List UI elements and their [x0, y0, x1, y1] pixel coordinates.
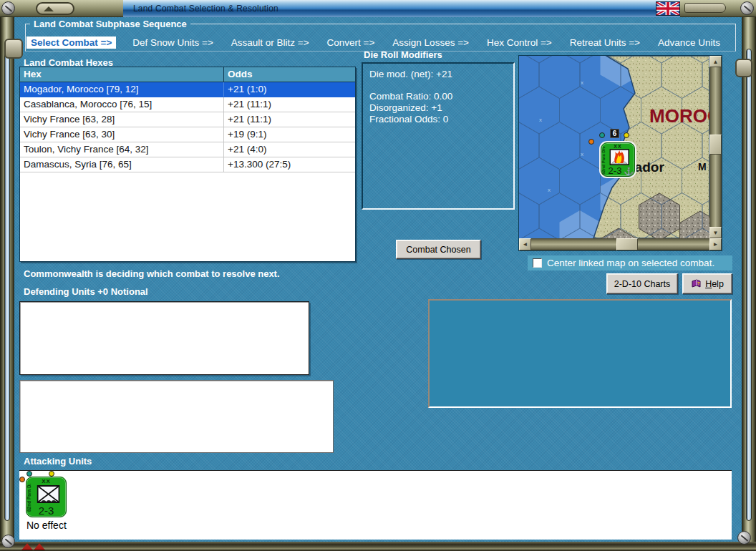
frame-knob[interactable] [4, 39, 23, 59]
combat-result-note: No effect [26, 520, 67, 531]
die-roll-modifiers-panel: Die mod. (net): +21 Combat Ratio: 0.00 D… [362, 62, 515, 210]
map-edge-label: M [698, 161, 707, 172]
status-dot-yellow [49, 471, 54, 477]
cell-odds[interactable]: +21 (4:0) [224, 142, 355, 157]
title-strip[interactable]: Land Combat Selection & Resolution [123, 0, 680, 17]
cell-odds[interactable]: +21 (11:1) [224, 97, 355, 112]
help-button[interactable]: ? Help [682, 273, 732, 294]
step-assault-or-blitz: Assault or Blitz => [230, 36, 311, 49]
frame-right-rail [742, 17, 756, 542]
cell-hex[interactable]: Damascus, Syria [76, 65] [20, 157, 224, 172]
table-row[interactable]: Vichy France [63, 30] +19 (9:1) [20, 127, 355, 142]
horizontal-scroll-thumb[interactable] [616, 238, 638, 250]
cell-hex[interactable]: Casablanca, Morocco [76, 15] [20, 97, 224, 112]
table-row[interactable]: Toulon, Vichy France [64, 32] +21 (4:0) [20, 142, 355, 157]
table-row[interactable]: Vichy France [63, 28] +21 (11:1) [20, 112, 355, 127]
cell-odds[interactable]: +21 (11:1) [224, 112, 355, 127]
attacking-units-list[interactable] [19, 470, 732, 540]
screw-icon [1, 1, 15, 15]
charts-button[interactable]: 2-D-10 Charts [606, 273, 678, 294]
frame-knob[interactable] [735, 59, 752, 77]
stack-count-badge: 6 [610, 129, 619, 138]
combat-ratio: Combat Ratio: 0.00 [369, 91, 507, 102]
triangle-icon [44, 6, 54, 11]
scroll-right-button[interactable]: ► [709, 238, 722, 250]
svg-text:x: x [581, 79, 583, 86]
table-row[interactable]: Mogador, Morocco [79, 12] +21 (1:0) [20, 82, 355, 97]
land-combat-window: Land Combat Subphase Sequence Select Com… [0, 0, 756, 551]
cell-odds[interactable]: +19 (9:1) [224, 127, 355, 142]
status-dot-orange [19, 477, 25, 482]
anchor-icon: ⚓ [624, 167, 634, 176]
step-retreat-units: Retreat Units => [568, 36, 641, 49]
unit-strength-label: 2-3 [26, 504, 66, 517]
map-country-label: MOROC [649, 105, 709, 127]
scroll-left-button[interactable]: ◄ [519, 238, 531, 250]
parachute-infantry-symbol [37, 485, 59, 504]
die-roll-modifiers-title: Die Roll Modifiers [364, 49, 442, 60]
subphase-sequence: Select Combat => Def Snow Units => Assau… [26, 35, 722, 49]
vertical-scroll-thumb[interactable] [709, 135, 722, 155]
center-map-checkbox[interactable] [533, 258, 542, 268]
svg-text:x: x [581, 151, 583, 157]
title-bar[interactable]: Land Combat Selection & Resolution [0, 0, 756, 17]
map-view[interactable]: xx xx MOROC gador M XX 82nd Para Div 2-3 [519, 56, 709, 238]
frame-left-rail [0, 17, 14, 542]
fractional-odds: Fractional Odds: 0 [369, 114, 507, 125]
step-hex-control: Hex Control => [485, 36, 553, 49]
scroll-down-button[interactable]: ▼ [709, 227, 722, 238]
status-dot-teal [599, 132, 605, 138]
svg-text:x: x [539, 117, 542, 123]
subphase-group-title: Land Combat Subphase Sequence [30, 19, 190, 29]
screw-icon [1, 535, 15, 548]
map-horizontal-scrollbar[interactable]: ◄ ► [519, 238, 722, 250]
map-unit-counter[interactable]: XX 82nd Para Div 2-3 ⚓ [601, 142, 635, 177]
status-dot-yellow [624, 132, 629, 138]
disorganized-mod: Disorganized: +1 [369, 102, 507, 114]
screw-icon [737, 531, 751, 545]
title-bar-right-cap [680, 0, 756, 17]
combat-chosen-button[interactable]: Combat Chosen [396, 240, 481, 259]
combat-detail-panel [428, 299, 732, 408]
title-bar-left-cap [0, 0, 123, 17]
defending-units-list[interactable] [19, 301, 309, 375]
linked-map-panel: xx xx MOROC gador M XX 82nd Para Div 2-3 [518, 55, 722, 251]
help-label-key: H [705, 279, 712, 289]
table-row[interactable]: Damascus, Syria [76, 65] +13.300 (27:5) [20, 157, 355, 172]
cell-odds[interactable]: +13.300 (27:5) [224, 157, 355, 172]
attacking-unit-counter[interactable]: XX 82nd Para D. 2-3 [26, 477, 67, 517]
center-map-label: Center linked map on selected combat. [547, 258, 714, 268]
collapse-button[interactable] [36, 2, 74, 15]
attacking-units-label: Attacking Units [24, 456, 92, 467]
secondary-units-list[interactable] [19, 380, 334, 453]
combat-hexes-table: Hex Odds Mogador, Morocco [79, 12] +21 (… [19, 67, 356, 262]
screw-icon [740, 1, 754, 15]
map-vertical-scrollbar[interactable]: ▲ ▼ [709, 56, 722, 238]
window-title: Land Combat Selection & Resolution [123, 4, 278, 14]
step-assign-losses: Assign Losses => [391, 36, 470, 49]
frame-bottom-bar [0, 542, 756, 551]
cell-hex[interactable]: Toulon, Vichy France [64, 32] [20, 142, 224, 157]
lever-icon [684, 3, 726, 13]
column-odds[interactable]: Odds [224, 67, 355, 82]
cell-odds[interactable]: +21 (1:0) [224, 82, 355, 97]
burning-infantry-symbol [609, 149, 629, 166]
status-dot-teal [26, 471, 32, 477]
step-select-combat: Select Combat => [26, 36, 116, 49]
defending-units-label: Defending Units +0 Notional [24, 286, 148, 297]
step-convert: Convert => [326, 36, 377, 49]
svg-text:x: x [548, 187, 551, 193]
table-row[interactable]: Casablanca, Morocco [76, 15] +21 (11:1) [20, 97, 355, 112]
column-hex[interactable]: Hex [20, 67, 224, 82]
uk-flag-icon [656, 1, 680, 16]
cell-hex[interactable]: Mogador, Morocco [79, 12] [20, 82, 224, 97]
scroll-up-button[interactable]: ▲ [709, 56, 722, 67]
unit-size-label: XX [26, 478, 66, 484]
cell-hex[interactable]: Vichy France [63, 30] [20, 127, 224, 142]
help-label-rest: elp [712, 279, 724, 289]
die-mod-net: Die mod. (net): +21 [369, 69, 507, 80]
table-header[interactable]: Hex Odds [20, 67, 355, 82]
help-book-icon: ? [691, 279, 702, 288]
cell-hex[interactable]: Vichy France [63, 28] [20, 112, 224, 127]
step-def-snow-units: Def Snow Units => [131, 36, 215, 49]
